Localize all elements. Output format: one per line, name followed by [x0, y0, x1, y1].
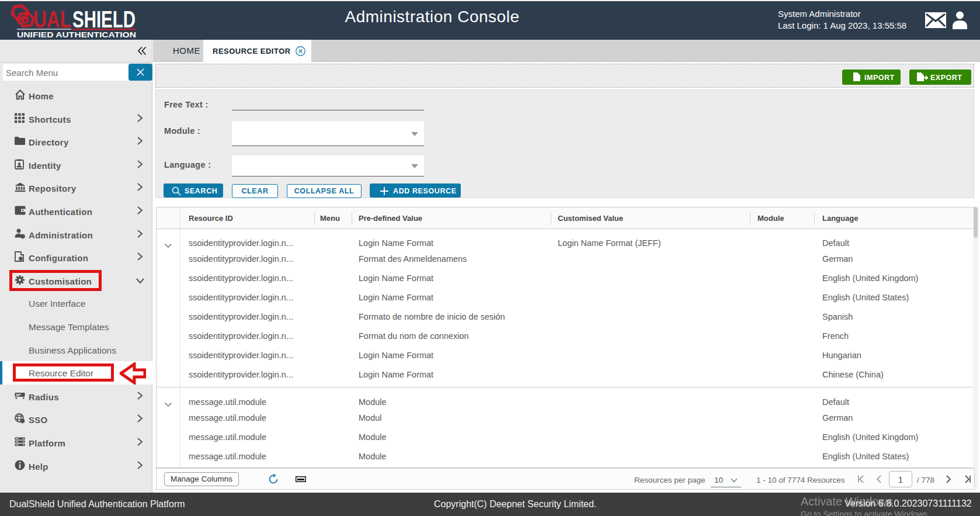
svg-text:UNIFIED AUTHENTICATION: UNIFIED AUTHENTICATION [17, 30, 136, 39]
